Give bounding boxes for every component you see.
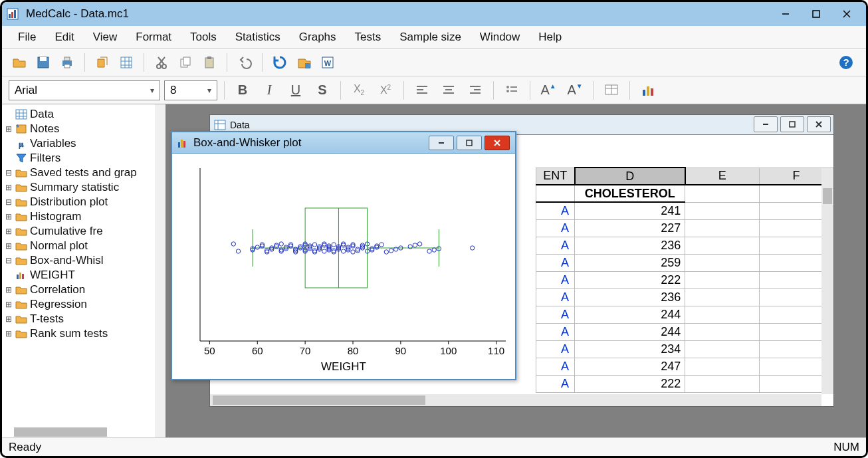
tree-weight[interactable]: WEIGHT [3,268,164,283]
svg-rect-48 [647,86,649,96]
variables-icon: 𝛍 [14,138,29,149]
plot-close-button[interactable] [485,136,510,150]
chevron-down-icon: ▾ [207,86,211,95]
tree-data[interactable]: Data [3,107,164,122]
sheet-icon[interactable] [116,52,137,73]
menu-tests[interactable]: Tests [346,27,391,48]
table-row[interactable]: A244 [536,306,833,323]
sidebar-hscroll[interactable] [14,427,107,437]
menu-help[interactable]: Help [529,27,571,48]
svg-rect-5 [813,11,819,17]
svg-text:𝛍: 𝛍 [19,139,24,149]
plot-maximize-button[interactable] [457,136,482,150]
tree-panel: Data ⊞Notes 𝛍Variables Filters ⊟Saved te… [2,104,165,344]
svg-rect-56 [17,275,19,279]
tree-variables[interactable]: 𝛍Variables [3,136,164,151]
tree-saved[interactable]: ⊟Saved tests and grap [3,166,164,180]
plot-minimize-button[interactable] [429,136,454,150]
close-button[interactable] [831,5,862,23]
table-row[interactable]: A236 [536,237,833,254]
sheet-vscroll[interactable] [821,168,833,394]
folder-icon [14,168,29,177]
copy-icon[interactable] [175,52,196,73]
col-header-partial[interactable]: ENT [536,168,575,185]
print-icon[interactable] [56,52,78,73]
tree-regression[interactable]: ⊞Regression [3,297,164,312]
save-all-icon[interactable] [293,52,314,73]
tree-cumfreq[interactable]: ⊞Cumulative fre [3,224,164,239]
cut-icon[interactable] [151,52,172,73]
copy-sheet-icon[interactable] [92,52,113,73]
table-row[interactable]: A244 [536,323,833,340]
tree-histogram[interactable]: ⊞Histogram [3,209,164,224]
table-button[interactable] [600,79,623,102]
refresh-icon[interactable] [269,52,290,73]
tree-notes[interactable]: ⊞Notes [3,122,164,136]
tree-boxwhisker[interactable]: ⊟Box-and-Whisl [3,253,164,268]
maximize-button[interactable] [801,5,831,23]
italic-button[interactable]: I [258,79,280,102]
minimize-button[interactable] [770,5,801,23]
table-row[interactable]: A259 [536,254,833,271]
table-row[interactable]: A241 [536,202,833,219]
menu-tools[interactable]: Tools [181,27,226,48]
menu-view[interactable]: View [84,27,127,48]
table-row[interactable]: A247 [536,358,833,375]
menu-sample-size[interactable]: Sample size [390,27,471,48]
folder-icon [14,197,29,207]
header-cholesterol[interactable]: CHOLESTEROL [575,185,685,202]
menu-edit[interactable]: Edit [45,27,83,48]
align-right-button[interactable] [464,79,487,102]
menu-graphs[interactable]: Graphs [290,27,346,48]
col-header-e[interactable]: E [685,168,759,185]
strike-button[interactable]: S [311,79,334,102]
menu-format[interactable]: Format [126,27,181,48]
plot-window[interactable]: Box-and-Whisker plot 5060708090100110 WE… [171,131,516,380]
tree-normplot[interactable]: ⊞Normal plot [3,239,164,253]
menu-statistics[interactable]: Statistics [226,27,290,48]
align-left-button[interactable] [411,79,433,102]
bold-button[interactable]: B [231,79,254,102]
export-word-icon[interactable]: W [317,52,338,73]
table-row[interactable]: A234 [536,340,833,358]
font-name-combo[interactable]: Arial▾ [9,80,160,100]
svg-point-175 [432,248,436,252]
tree-distplot[interactable]: ⊟Distribution plot [3,195,164,209]
font-size-combo[interactable]: 8▾ [164,80,217,100]
tree-ttests[interactable]: ⊞T-tests [3,312,164,326]
svg-text:W: W [324,59,332,67]
align-center-button[interactable] [437,79,460,102]
save-icon[interactable] [33,52,54,73]
bullets-button[interactable] [500,79,523,102]
underline-button[interactable]: U [284,79,307,102]
subscript-button[interactable]: X2 [348,79,370,102]
chart-button[interactable] [637,79,659,102]
tree-filters[interactable]: Filters [3,151,164,166]
tree-ranksum[interactable]: ⊞Rank sum tests [3,326,164,341]
svg-rect-70 [467,140,472,146]
svg-point-154 [351,250,355,254]
open-icon[interactable] [9,52,30,73]
menu-window[interactable]: Window [471,27,529,48]
sidebar-vscroll[interactable] [155,104,165,437]
increase-font-button[interactable]: A▲ [537,79,560,102]
svg-point-177 [470,246,474,250]
paste-icon[interactable] [199,52,220,73]
tree-summary[interactable]: ⊞Summary statistic [3,180,164,195]
table-row[interactable]: A222 [536,375,833,392]
tree-correlation[interactable]: ⊞Correlation [3,283,164,297]
col-header-d[interactable]: D [575,168,685,185]
data-minimize-button[interactable] [754,116,778,132]
data-close-button[interactable] [807,116,831,132]
menu-file[interactable]: File [9,27,45,48]
sheet-hscroll[interactable] [210,394,821,406]
help-icon[interactable]: ? [835,52,857,73]
table-row[interactable]: A227 [536,219,833,237]
table-row[interactable]: A222 [536,271,833,288]
superscript-button[interactable]: X2 [374,79,397,102]
svg-point-172 [413,243,417,247]
decrease-font-button[interactable]: A▼ [564,79,586,102]
undo-icon[interactable] [234,52,255,73]
table-row[interactable]: A236 [536,288,833,306]
data-maximize-button[interactable] [780,116,804,132]
